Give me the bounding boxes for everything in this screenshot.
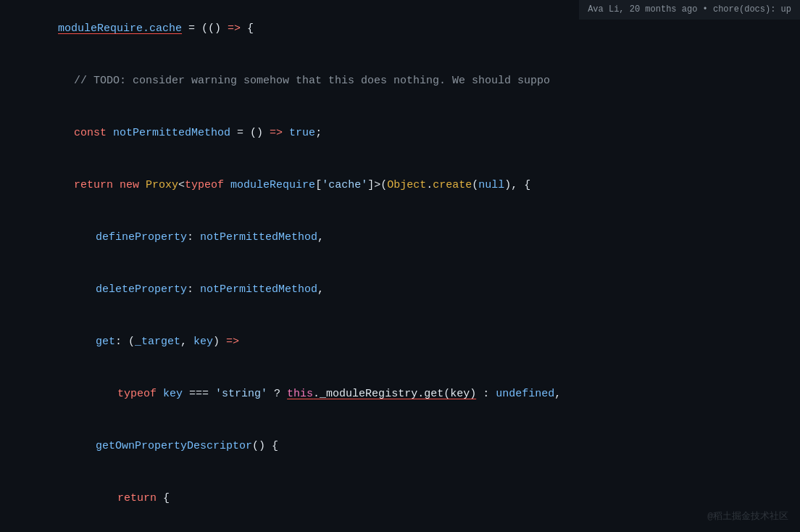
code-line-7: get: (_target, key) =>	[0, 316, 800, 368]
code-line-11: configurable: true,	[0, 525, 800, 532]
code-line-2: // TODO: consider warning somehow that t…	[0, 55, 800, 107]
code-line-1: moduleRequire.cache = (() => {	[0, 3, 800, 55]
watermark: @稻土掘金技术社区	[707, 510, 788, 525]
code-line-10: return {	[0, 473, 800, 525]
code-line-5: defineProperty: notPermittedMethod,	[0, 212, 800, 264]
code-line-9: getOwnPropertyDescriptor() {	[0, 420, 800, 473]
code-line-6: deleteProperty: notPermittedMethod,	[0, 264, 800, 316]
code-line-4: return new Proxy<typeof moduleRequire['c…	[0, 159, 800, 212]
code-editor-container: Ava Li, 20 months ago • chore(docs): up …	[0, 0, 800, 532]
code-line-8: typeof key === 'string' ? this._moduleRe…	[0, 368, 800, 420]
code-editor[interactable]: moduleRequire.cache = (() => { // TODO: …	[0, 0, 800, 532]
code-line-3: const notPermittedMethod = () => true;	[0, 107, 800, 159]
